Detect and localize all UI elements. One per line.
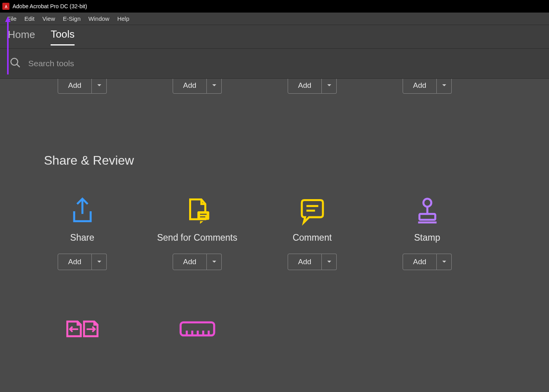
compare-files-icon bbox=[65, 310, 100, 348]
tool-label: Comment bbox=[293, 232, 332, 246]
add-button[interactable]: Add bbox=[173, 79, 207, 94]
svg-rect-9 bbox=[419, 214, 435, 220]
search-row bbox=[0, 49, 549, 79]
tool-share[interactable]: Share Add bbox=[25, 192, 140, 270]
menu-view[interactable]: View bbox=[38, 14, 59, 24]
add-button[interactable]: Add bbox=[173, 254, 207, 270]
tool-stamp[interactable]: Stamp Add bbox=[370, 192, 485, 270]
add-dropdown-button[interactable] bbox=[207, 79, 222, 94]
tool-label: Share bbox=[70, 232, 94, 246]
svg-point-7 bbox=[423, 199, 431, 207]
add-dropdown-button[interactable] bbox=[92, 79, 107, 94]
tool-comment[interactable]: Comment Add bbox=[255, 192, 370, 270]
add-button[interactable]: Add bbox=[403, 254, 437, 270]
add-dropdown-button[interactable] bbox=[207, 254, 222, 270]
tool-label: Stamp bbox=[414, 232, 440, 246]
search-input[interactable] bbox=[28, 59, 185, 68]
add-button[interactable]: Add bbox=[58, 79, 92, 94]
menu-esign[interactable]: E-Sign bbox=[59, 14, 84, 24]
menu-edit[interactable]: Edit bbox=[20, 14, 38, 24]
add-button[interactable]: Add bbox=[58, 254, 92, 270]
menu-window[interactable]: Window bbox=[84, 14, 113, 24]
tab-tools[interactable]: Tools bbox=[51, 28, 75, 45]
section-title-share-review: Share & Review bbox=[44, 153, 134, 168]
tool-compare-files[interactable] bbox=[25, 310, 140, 348]
add-dropdown-button[interactable] bbox=[322, 79, 337, 94]
add-dropdown-button[interactable] bbox=[92, 254, 107, 270]
svg-line-1 bbox=[17, 64, 20, 67]
add-dropdown-button[interactable] bbox=[437, 254, 452, 270]
send-comments-icon bbox=[181, 192, 214, 230]
measure-icon bbox=[179, 310, 216, 348]
add-dropdown-button[interactable] bbox=[322, 254, 337, 270]
menu-file[interactable]: File bbox=[3, 14, 20, 24]
adobe-acrobat-logo-icon bbox=[2, 3, 9, 10]
window-title: Adobe Acrobat Pro DC (32-bit) bbox=[13, 3, 87, 9]
tool-measure[interactable] bbox=[140, 310, 255, 348]
add-button[interactable]: Add bbox=[288, 79, 322, 94]
share-icon bbox=[66, 192, 99, 230]
menubar: File Edit View E-Sign Window Help bbox=[0, 13, 549, 25]
content-area: Request E-Signatures Add Fill & Sign Add… bbox=[0, 79, 549, 392]
add-button[interactable]: Add bbox=[288, 254, 322, 270]
tab-home[interactable]: Home bbox=[8, 29, 35, 45]
search-icon bbox=[9, 57, 21, 70]
stamp-icon bbox=[411, 192, 444, 230]
tool-label: Send for Comments bbox=[157, 232, 237, 246]
tool-send-for-comments[interactable]: Send for Comments Add bbox=[140, 192, 255, 270]
tab-row: Home Tools bbox=[0, 25, 549, 49]
add-button[interactable]: Add bbox=[403, 79, 437, 94]
add-dropdown-button[interactable] bbox=[437, 79, 452, 94]
titlebar: Adobe Acrobat Pro DC (32-bit) bbox=[0, 0, 549, 13]
comment-icon bbox=[296, 192, 329, 230]
svg-point-0 bbox=[11, 58, 18, 65]
svg-rect-2 bbox=[197, 211, 209, 220]
menu-help[interactable]: Help bbox=[113, 14, 133, 24]
